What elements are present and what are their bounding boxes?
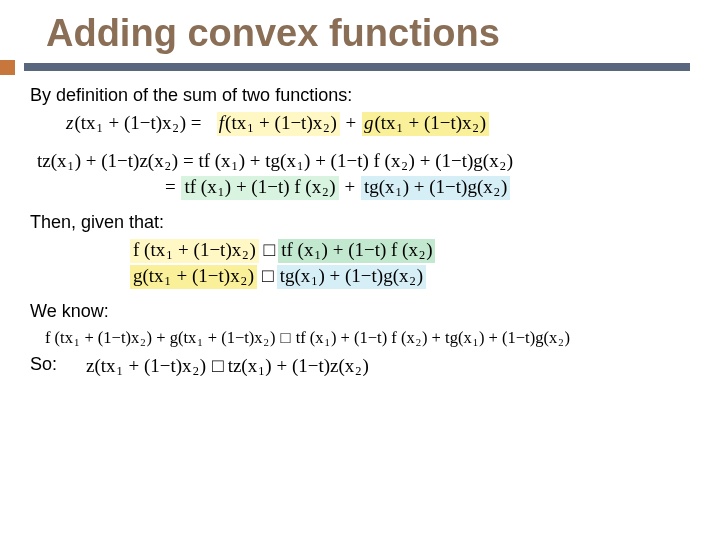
- eq2a-m4: ) + (1−t) f (x: [303, 150, 401, 171]
- eq2a-s1: 1: [68, 159, 74, 173]
- eq1-fclose: ): [329, 112, 337, 133]
- eq2a-m2: ) = tf (x: [171, 150, 232, 171]
- eq3a-rhs: tf (x1) + (1−t) f (x2): [278, 239, 435, 263]
- equation-sum-ineq: f (tx1 + (1−t)x2) + g(tx1 + (1−t)x2) □ t…: [44, 328, 690, 348]
- eq1-open: (tx: [73, 112, 96, 133]
- eq3a-rel: □: [263, 239, 273, 261]
- eq3b-ys2: 2: [241, 274, 247, 288]
- eq4-g: ) + (1−t) f (x: [330, 328, 416, 347]
- eq1-gclose: ): [479, 112, 487, 133]
- eq1-close: ) =: [179, 112, 203, 133]
- eq3b-bs2: 2: [409, 274, 415, 288]
- eq1-gs2: 2: [473, 121, 479, 135]
- eq4-i: ) + (1−t)g(x: [478, 328, 558, 347]
- eq4-rel: □: [281, 328, 291, 348]
- conclusion-row: So: z(tx1 + (1−t)x2) □ tz(x1) + (1−t)z(x…: [30, 352, 690, 381]
- equation-z-def: z(tx1 + (1−t)x2) = f(tx1 + (1−t)x2) + g(…: [66, 112, 690, 136]
- eq1-g-term: g(tx1 + (1−t)x2): [362, 112, 489, 136]
- eq2a-m5: ) + (1−t)g(x: [408, 150, 500, 171]
- eq1-s2: 2: [173, 121, 179, 135]
- eq2b-plus: +: [343, 176, 356, 197]
- equation-z-convex: z(tx1 + (1−t)x2) □ tz(x1) + (1−t)z(x2): [85, 355, 370, 379]
- eq2a-s3: 1: [232, 159, 238, 173]
- eq2a-m1: ) + (1−t)z(x: [74, 150, 165, 171]
- eq3b-rel: □: [262, 265, 272, 287]
- eq2b-b1a: tg(x: [363, 176, 396, 197]
- eq4-h: ) + tg(x: [421, 328, 473, 347]
- eq3b-yb: + (1−t)x: [171, 265, 241, 286]
- eq3a-gc: ): [425, 239, 433, 260]
- eq3b-lhs: g(tx1 + (1−t)x2): [130, 265, 257, 289]
- accent-square-icon: [0, 60, 15, 75]
- eq5-a: z(tx: [85, 355, 117, 376]
- eq4-s3: 1: [197, 336, 202, 348]
- eq1-gopen: (tx: [373, 112, 396, 133]
- slide: Adding convex functions By definition of…: [0, 0, 720, 540]
- intro-text-1: By definition of the sum of two function…: [30, 85, 690, 106]
- eq3a-ga: tf (x: [280, 239, 314, 260]
- eq3b-bb: ) + (1−t)g(x: [317, 265, 409, 286]
- eq2b-b1s2: 2: [494, 185, 500, 199]
- eq3b-yc: ): [247, 265, 255, 286]
- eq2a-pre: tz(x: [36, 150, 68, 171]
- eq2b-eq: =: [164, 176, 177, 197]
- intro-text-2: Then, given that:: [30, 212, 690, 233]
- equation-f-convex: f (tx1 + (1−t)x2) □ tf (x1) + (1−t) f (x…: [130, 239, 690, 263]
- eq2a-s6: 2: [500, 159, 506, 173]
- eq1-gmid: + (1−t)x: [403, 112, 473, 133]
- eq1-mid: + (1−t)x: [103, 112, 173, 133]
- eq2a-s5: 2: [401, 159, 407, 173]
- eq3b-rhs: tg(x1) + (1−t)g(x2): [277, 265, 426, 289]
- eq2b-g1b: ) + (1−t) f (x: [224, 176, 322, 197]
- eq4-j: ): [564, 328, 572, 347]
- eq3a-gs1: 1: [314, 248, 320, 262]
- eq3b-ya: g(tx: [132, 265, 165, 286]
- eq1-plus: +: [344, 112, 357, 133]
- slide-body: By definition of the sum of two function…: [30, 85, 690, 381]
- eq2a-m3: ) + tg(x: [238, 150, 297, 171]
- eq4-a: f (tx: [44, 328, 74, 347]
- eq5-d: tz(x: [227, 355, 259, 376]
- eq2b-b1c: ): [500, 176, 508, 197]
- eq4-f: tf (x: [295, 328, 325, 347]
- eq2a-end: ): [506, 150, 514, 171]
- equation-linear-comb: tz(x1) + (1−t)z(x2) = tf (x1) + tg(x1) +…: [36, 150, 690, 174]
- eq2b-g1a: tf (x: [183, 176, 217, 197]
- equation-grouped: = tf (x1) + (1−t) f (x2) + tg(x1) + (1−t…: [164, 176, 690, 200]
- eq4-c: ) + g(tx: [146, 328, 198, 347]
- eq1-s1: 1: [97, 121, 103, 135]
- eq3a-yb: + (1−t)x: [172, 239, 242, 260]
- intro-text-3: We know:: [30, 301, 690, 322]
- eq2b-g-group: tg(x1) + (1−t)g(x2): [361, 176, 510, 200]
- eq3a-lhs: f (tx1 + (1−t)x2): [130, 239, 259, 263]
- eq4-e: ): [269, 328, 277, 347]
- eq1-fopen: (tx: [224, 112, 247, 133]
- eq5-c: ): [199, 355, 207, 376]
- eq4-d: + (1−t)x: [203, 328, 264, 347]
- eq5-rel: □: [212, 355, 222, 377]
- equation-g-convex: g(tx1 + (1−t)x2) □ tg(x1) + (1−t)g(x2): [130, 265, 690, 289]
- eq5-e: ) + (1−t)z(x: [264, 355, 355, 376]
- eq5-f: ): [361, 355, 369, 376]
- eq3b-ba: tg(x: [279, 265, 312, 286]
- eq2b-g1c: ): [328, 176, 336, 197]
- accent-bar: [24, 63, 690, 71]
- eq2b-b1b: ) + (1−t)g(x: [402, 176, 494, 197]
- eq1-f-term: f(tx1 + (1−t)x2): [217, 112, 340, 136]
- eq1-fmid: + (1−t)x: [253, 112, 323, 133]
- eq3b-ys1: 1: [165, 274, 171, 288]
- eq4-b: + (1−t)x: [79, 328, 140, 347]
- eq4-s8: 2: [558, 336, 563, 348]
- eq1-gs1: 1: [397, 121, 403, 135]
- eq2b-b1s1: 1: [396, 185, 402, 199]
- eq3a-yc: ): [248, 239, 256, 260]
- eq1-g: g: [364, 112, 374, 133]
- intro-text-4: So:: [30, 354, 57, 375]
- eq5-s1: 1: [117, 364, 123, 378]
- eq4-s2: 2: [140, 336, 145, 348]
- eq3b-bc: ): [416, 265, 424, 286]
- eq2a-s2: 2: [165, 159, 171, 173]
- eq5-b: + (1−t)x: [123, 355, 193, 376]
- eq3a-ya: f (tx: [132, 239, 166, 260]
- slide-title: Adding convex functions: [46, 12, 690, 55]
